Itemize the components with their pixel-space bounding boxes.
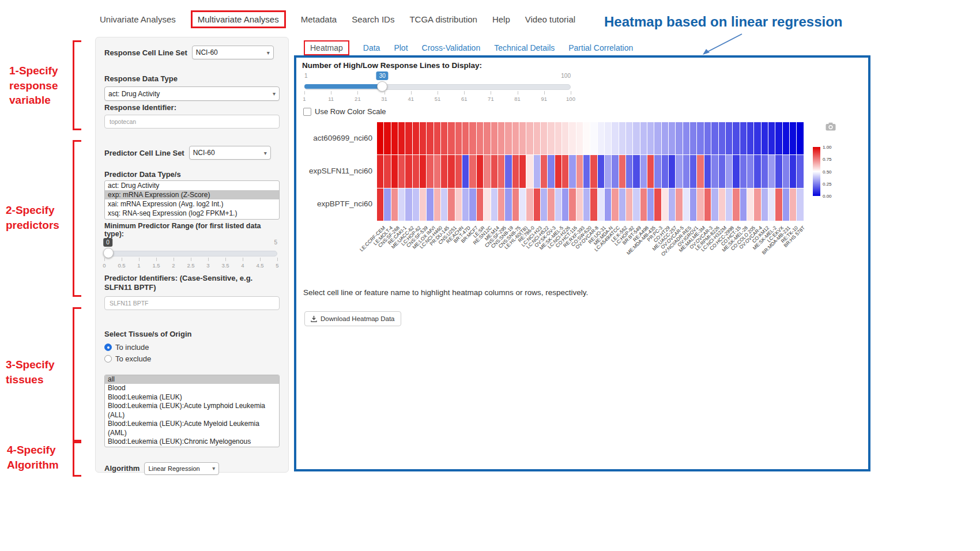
algorithm-select[interactable]: Linear Regression ▾ xyxy=(144,462,219,475)
heatmap-cell xyxy=(768,122,775,154)
listbox-option[interactable]: xai: mRNA Expression (Avg. log2 Int.) xyxy=(105,199,279,209)
slider-tick xyxy=(491,91,491,95)
annotation-step3: 3-Specify tissues xyxy=(6,357,69,387)
slider-tick-label: 3.5 xyxy=(221,262,229,269)
slider-tick xyxy=(208,258,209,261)
heatmap-cell xyxy=(519,122,526,154)
heatmap-cell xyxy=(569,188,575,221)
listbox-option[interactable]: exp: mRNA Expression (Z-Score) xyxy=(105,190,279,199)
nav-item-help[interactable]: Help xyxy=(492,14,510,24)
response-data-type-label: Response Data Type xyxy=(104,74,280,83)
tab-plot[interactable]: Plot xyxy=(394,43,408,52)
heatmap-cell xyxy=(462,188,469,221)
response-cell-line-set-select[interactable]: NCI-60 ▾ xyxy=(192,46,274,59)
heatmap-cell xyxy=(534,188,540,221)
row-color-scale-checkbox[interactable]: Use Row Color Scale xyxy=(303,107,386,116)
heatmap-cell xyxy=(477,188,483,221)
listbox-option[interactable]: Blood:Leukemia (LEUK) xyxy=(105,393,279,402)
heatmap-cell xyxy=(384,155,390,187)
download-heatmap-button[interactable]: Download Heatmap Data xyxy=(304,311,401,326)
nav-item-multivariate-analyses[interactable]: Multivariate Analyses xyxy=(191,10,286,28)
tissue-exclude-radio[interactable]: To exclude xyxy=(104,354,280,363)
listbox-option[interactable]: Blood:Leukemia (LEUK):Chronic Myelogenou… xyxy=(105,437,279,447)
tissue-include-label: To include xyxy=(115,343,149,352)
heatmap-cell xyxy=(534,122,540,154)
heatmap-cell xyxy=(448,155,454,187)
heatmap-cell xyxy=(455,155,462,187)
heatmap-cell xyxy=(640,188,647,221)
heatmap-cell xyxy=(669,122,675,154)
heatmap-cell xyxy=(797,122,803,154)
heatmap-cell xyxy=(576,155,583,187)
slider-handle[interactable] xyxy=(103,248,114,258)
response-identifier-input[interactable] xyxy=(104,115,280,129)
predictor-identifiers-label: Predictor Identifiers: (Case-Sensitive, … xyxy=(104,274,280,293)
listbox-option[interactable]: Blood xyxy=(105,384,279,393)
heatmap-cell xyxy=(413,122,419,154)
heatmap-cell xyxy=(654,188,661,221)
response-lines-slider[interactable]: 1100301112131415161718191100 xyxy=(304,73,571,105)
heatmap-cell xyxy=(605,188,611,221)
predictor-cell-line-set-select[interactable]: NCI-60 ▾ xyxy=(189,146,271,160)
listbox-option[interactable]: Blood:Leukemia (LEUK):Acute Myeloid Leuk… xyxy=(105,420,279,437)
tab-technical-details[interactable]: Technical Details xyxy=(494,43,555,52)
heatmap-cell xyxy=(491,188,497,221)
slider-track[interactable] xyxy=(104,251,277,256)
nav-item-search-ids[interactable]: Search IDs xyxy=(352,14,394,24)
camera-icon[interactable] xyxy=(826,122,836,133)
heatmap-cell xyxy=(726,155,732,187)
heatmap-row-label[interactable]: act609699_nci60 xyxy=(302,134,372,142)
tissue-include-radio[interactable]: To include xyxy=(104,343,280,352)
heatmap-cell xyxy=(477,155,483,187)
heatmap-cell xyxy=(797,188,803,221)
heatmap-cell xyxy=(491,155,497,187)
heatmap-cell xyxy=(413,188,419,221)
tab-cross-validation[interactable]: Cross-Validation xyxy=(422,43,481,52)
heatmap-cell xyxy=(726,122,732,154)
min-predictor-range-slider[interactable]: 5000.511.522.533.544.55 xyxy=(104,239,277,270)
heatmap-cell xyxy=(434,155,440,187)
heatmap-cell xyxy=(598,122,604,154)
radio-icon xyxy=(104,355,112,363)
listbox-option[interactable]: Blood:Leukemia (LEUK):Acute Lymphoid Leu… xyxy=(105,402,279,420)
heatmap-cell xyxy=(427,155,433,187)
predictor-data-types-listbox[interactable]: act: Drug Activityexp: mRNA Expression (… xyxy=(104,180,280,220)
annotation-step4: 4-Specify Algorithm xyxy=(7,443,70,472)
nav-item-univariate-analyses[interactable]: Univariate Analyses xyxy=(100,14,176,24)
slider-tick xyxy=(357,91,358,95)
chevron-down-icon: ▾ xyxy=(267,50,270,56)
heatmap-cell xyxy=(505,188,511,221)
heatmap-cell xyxy=(484,122,490,154)
heatmap-row xyxy=(377,155,804,187)
heatmap-cell xyxy=(719,155,725,187)
tab-data[interactable]: Data xyxy=(363,43,380,52)
response-data-type-select[interactable]: act: Drug Activity ▾ xyxy=(104,86,280,101)
nav-item-metadata[interactable]: Metadata xyxy=(301,14,337,24)
heatmap-cell xyxy=(647,188,654,221)
listbox-option[interactable]: xsq: RNA-seq Expression (log2 FPKM+1.) xyxy=(105,209,279,218)
annotation-heading: Heatmap based on linear regression xyxy=(604,14,842,30)
slider-tick-label: 2 xyxy=(172,262,175,269)
slider-tick xyxy=(156,258,157,261)
heatmap-cell xyxy=(512,122,519,154)
nav-item-tcga-distribution[interactable]: TCGA distribution xyxy=(409,14,477,24)
listbox-option[interactable]: all xyxy=(105,375,279,384)
heatmap-cell xyxy=(427,188,433,221)
heatmap-cell xyxy=(676,188,682,221)
predictor-identifiers-input[interactable] xyxy=(104,296,280,310)
slider-fill xyxy=(304,84,382,89)
heatmap-cell xyxy=(740,122,747,154)
heatmap-cell xyxy=(598,155,604,187)
heatmap-cell xyxy=(491,122,497,154)
heatmap-row-label[interactable]: expSLFN11_nci60 xyxy=(302,167,372,175)
tab-partial-correlation[interactable]: Partial Correlation xyxy=(568,43,633,52)
heatmap-cell xyxy=(719,122,725,154)
sidebar-form: Response Cell Line Set NCI-60 ▾ Response… xyxy=(95,37,289,473)
nav-item-video-tutorial[interactable]: Video tutorial xyxy=(525,14,575,24)
heatmap-grid[interactable] xyxy=(377,122,804,221)
listbox-option[interactable]: act: Drug Activity xyxy=(105,181,279,190)
heatmap-row-label[interactable]: expBPTF_nci60 xyxy=(302,199,372,208)
tab-heatmap[interactable]: Heatmap xyxy=(304,40,349,55)
slider-handle[interactable] xyxy=(377,81,387,92)
tissue-listbox[interactable]: allBloodBlood:Leukemia (LEUK)Blood:Leuke… xyxy=(104,375,280,447)
